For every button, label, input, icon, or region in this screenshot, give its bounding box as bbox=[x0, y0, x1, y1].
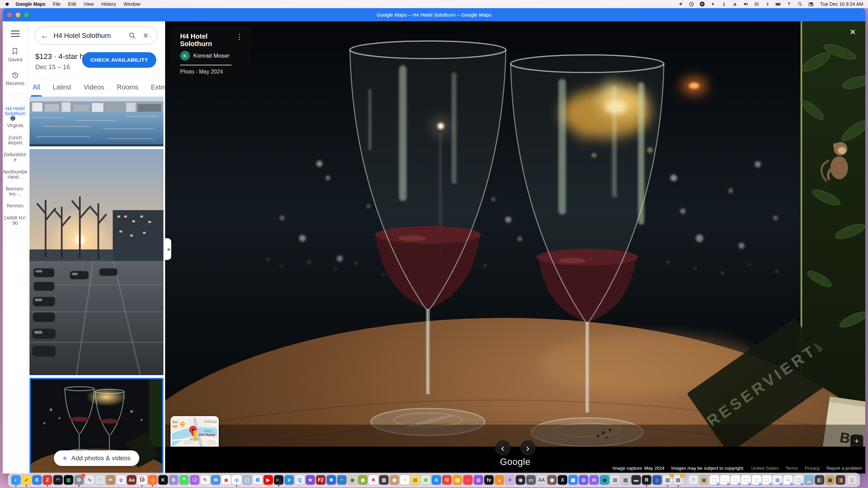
photo-tab[interactable]: Latest bbox=[53, 83, 71, 97]
footer-link[interactable]: Report a problem bbox=[827, 466, 862, 471]
gauge-app[interactable]: ◠ bbox=[53, 475, 63, 485]
people-photo-doc[interactable]: ◧ bbox=[815, 475, 824, 485]
zoom-app[interactable]: ▣ bbox=[568, 475, 578, 485]
menu-app-name[interactable]: Google Maps bbox=[16, 1, 45, 7]
origami-app[interactable]: ❖ bbox=[327, 475, 336, 485]
sheet-doc[interactable]: ▦ ◎ bbox=[773, 475, 782, 485]
print-center[interactable]: ▥ bbox=[621, 475, 630, 485]
apple-maps[interactable]: ⊕ bbox=[421, 475, 431, 485]
finder-question[interactable]: ? bbox=[689, 475, 698, 485]
check-availability-button[interactable]: CHECK AVAILABILITY bbox=[82, 52, 156, 68]
contacts[interactable]: ◉ bbox=[390, 475, 399, 485]
dictionary[interactable]: AA bbox=[537, 475, 546, 485]
drafts[interactable]: ✎ bbox=[200, 475, 210, 485]
menu-item[interactable]: View bbox=[84, 1, 94, 7]
safari[interactable]: ❂ bbox=[253, 475, 262, 485]
frame-photo-doc[interactable]: ▣ bbox=[825, 475, 835, 485]
camo-app[interactable]: ◉ bbox=[600, 475, 609, 485]
recents-button[interactable]: Recents bbox=[6, 71, 24, 86]
filezilla[interactable]: FZ bbox=[316, 475, 326, 485]
barber-app[interactable]: ✂ bbox=[106, 475, 115, 485]
garageband[interactable]: ▥ bbox=[379, 475, 389, 485]
console-app[interactable]: ▭ bbox=[526, 475, 536, 485]
location-arrow-icon[interactable] bbox=[678, 1, 684, 7]
chrome[interactable]: ◎ bbox=[232, 475, 241, 485]
things[interactable]: ✓ bbox=[22, 475, 31, 485]
photo-thumbnail-sunset[interactable] bbox=[29, 149, 163, 375]
handbrake[interactable]: ◉ bbox=[358, 475, 368, 485]
menu-item[interactable]: File bbox=[53, 1, 61, 7]
system-settings[interactable]: ⚙ 1 bbox=[74, 475, 84, 485]
spotlight-icon[interactable] bbox=[797, 1, 803, 7]
footer-link[interactable]: United States bbox=[751, 466, 779, 471]
chrome-doc[interactable]: ▢ ◎ bbox=[720, 475, 730, 485]
zoom-in-button[interactable]: + bbox=[850, 435, 863, 448]
photo-author[interactable]: K Konrad Moser bbox=[180, 51, 244, 61]
footer-link[interactable]: Privacy bbox=[805, 466, 820, 471]
menu-hamburger-icon[interactable] bbox=[11, 29, 20, 39]
recent-place-item[interactable]: 2 Virginia bbox=[3, 121, 27, 128]
menu-clock[interactable]: Tue Dec 10 9:24 AM bbox=[820, 1, 863, 7]
collapse-panel-tab[interactable]: ◀ bbox=[165, 238, 171, 260]
menu-item[interactable]: Window bbox=[123, 1, 140, 7]
apple-menu-icon[interactable] bbox=[5, 1, 10, 7]
news[interactable]: N bbox=[442, 475, 452, 485]
recent-place-item[interactable]: Zurich Airport bbox=[3, 133, 27, 145]
ink-printer[interactable]: ▬ bbox=[631, 475, 641, 485]
vlc[interactable]: ▲ bbox=[495, 475, 504, 485]
menu-item[interactable]: Edit bbox=[68, 1, 76, 7]
beach-photo-doc[interactable]: ▂ bbox=[804, 475, 814, 485]
edge[interactable]: e bbox=[284, 475, 294, 485]
close-photo-icon[interactable]: × bbox=[847, 27, 859, 38]
clear-search-icon[interactable]: × bbox=[140, 30, 152, 41]
back-arrow-icon[interactable]: ← bbox=[41, 32, 49, 40]
printer-utility[interactable]: ▤ bbox=[610, 475, 620, 485]
bluetooth-icon[interactable] bbox=[765, 1, 770, 7]
close-window-button[interactable] bbox=[7, 13, 12, 17]
saved-button[interactable]: Saved bbox=[8, 47, 22, 62]
kindle[interactable]: K bbox=[158, 475, 168, 485]
reminders[interactable]: ≡ bbox=[400, 475, 410, 485]
search-input[interactable] bbox=[54, 32, 124, 40]
chrome-doc[interactable]: ▢ ◎ bbox=[710, 475, 719, 485]
control-center-icon[interactable] bbox=[808, 1, 814, 7]
recent-place-item[interactable]: Rennes bbox=[3, 201, 27, 208]
shared-printer-2[interactable]: ▤ ● bbox=[673, 475, 683, 485]
favorites-app[interactable]: ★ bbox=[305, 475, 315, 485]
photo-frame-doc[interactable]: ▣ bbox=[699, 475, 709, 485]
wireless-icon[interactable] bbox=[786, 1, 792, 7]
photo-tab[interactable]: Videos bbox=[84, 83, 104, 97]
usb-icon[interactable] bbox=[721, 1, 727, 7]
photos[interactable]: ✽ bbox=[369, 475, 378, 485]
volume-icon[interactable] bbox=[743, 1, 749, 7]
mail[interactable]: ✉ bbox=[211, 475, 220, 485]
shared-printer-1[interactable]: ▤ ● bbox=[663, 475, 672, 485]
chrome-doc[interactable]: ▢ ◎ bbox=[731, 475, 740, 485]
activity-monitor[interactable]: ▥ bbox=[64, 475, 73, 485]
recent-place-item[interactable]: Bormes-les-... bbox=[3, 184, 27, 197]
finder[interactable]: ◐ bbox=[11, 475, 21, 485]
search-icon[interactable] bbox=[126, 32, 138, 40]
minimize-window-button[interactable] bbox=[16, 13, 20, 17]
usb-health[interactable]: ψ bbox=[116, 475, 126, 485]
openoffice[interactable]: ~ bbox=[337, 475, 347, 485]
recent-place-item[interactable]: Northumberland... bbox=[3, 167, 27, 180]
recent-place-item[interactable]: H4 Hotel Solothurn bbox=[3, 104, 27, 116]
chrome-doc[interactable]: ▢ ◎ bbox=[762, 475, 772, 485]
home-app[interactable]: ⌂ bbox=[652, 475, 662, 485]
photo-thumbnail-river[interactable] bbox=[29, 97, 163, 146]
more-options-icon[interactable]: ⋮ bbox=[234, 33, 244, 41]
notes[interactable]: ▤ bbox=[411, 475, 420, 485]
messages[interactable]: ❝ bbox=[179, 475, 189, 485]
stethoscope-app[interactable]: ∿ bbox=[85, 475, 94, 485]
now-playing-icon[interactable] bbox=[699, 1, 705, 7]
list-doc[interactable]: ≡ ◎ bbox=[783, 475, 793, 485]
x-tool[interactable]: X bbox=[558, 475, 567, 485]
previous-photo-button[interactable]: ‹ bbox=[495, 440, 511, 456]
zed[interactable]: Z bbox=[43, 475, 52, 485]
keyboard-window-icon[interactable] bbox=[754, 1, 760, 7]
youtube[interactable]: ▶ bbox=[263, 475, 273, 485]
quicktime[interactable]: Q bbox=[295, 475, 304, 485]
messenger[interactable]: ❍ bbox=[190, 475, 199, 485]
trash[interactable]: ▯ bbox=[847, 475, 857, 485]
